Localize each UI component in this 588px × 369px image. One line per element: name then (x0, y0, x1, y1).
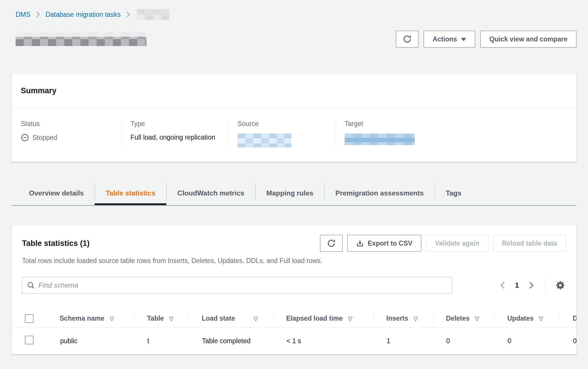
download-icon (356, 240, 364, 247)
quick-view-label: Quick view and compare (489, 35, 567, 43)
table-statistics-title: Table statistics (1) (22, 239, 90, 248)
actions-button-label: Actions (433, 35, 457, 43)
reload-table-data-button[interactable]: Reload table data (493, 235, 566, 252)
summary-card-header: Summary (12, 74, 576, 108)
refresh-button[interactable] (396, 31, 418, 48)
sort-icon[interactable]: ▽ (253, 315, 258, 322)
column-header-schema-name[interactable]: Schema name (60, 315, 104, 322)
sort-icon[interactable]: ▽ (539, 315, 543, 322)
status-value: Stopped (32, 134, 57, 142)
breadcrumb-dms-link[interactable]: DMS (16, 11, 30, 19)
tab-mapping-rules[interactable]: Mapping rules (255, 181, 324, 205)
target-value-redacted[interactable] (345, 134, 415, 145)
breadcrumb-tasks-link[interactable]: Database migration tasks (45, 11, 121, 19)
sort-icon[interactable]: ▽ (110, 315, 114, 322)
dms-task-page: DMS Database migration tasks Actions Qui… (0, 0, 588, 355)
table-statistics-card: Table statistics (1) Export to CSV (12, 225, 576, 355)
export-to-csv-label: Export to CSV (368, 240, 413, 247)
header-actions: Actions Quick view and compare (396, 31, 576, 48)
summary-target: Target (336, 120, 576, 147)
tab-overview-details[interactable]: Overview details (18, 181, 95, 205)
pagination: 1 (499, 277, 566, 293)
cell-ddls: 0 (560, 327, 576, 355)
summary-type: Type Full load, ongoing replication (122, 120, 229, 147)
column-header-ddls[interactable]: DDLs (573, 315, 576, 322)
table-statistics-table: Schema name▽ Table▽ Load state▽ Elapsed … (12, 310, 576, 355)
tab-tags[interactable]: Tags (435, 181, 472, 205)
column-header-elapsed-load-time[interactable]: Elapsed load time (286, 315, 343, 322)
gear-icon (556, 280, 565, 290)
tab-table-statistics[interactable]: Table statistics (95, 181, 166, 205)
summary-source: Source (229, 120, 336, 147)
caret-down-icon (461, 38, 466, 41)
quick-view-compare-button[interactable]: Quick view and compare (480, 31, 576, 48)
table-row: public t Table completed < 1 s 1 0 0 0 (12, 327, 576, 355)
summary-status: Status Stopped (12, 120, 122, 147)
column-header-table[interactable]: Table (147, 315, 164, 322)
cell-schema-name: public (47, 327, 134, 355)
actions-button[interactable]: Actions (424, 31, 475, 48)
refresh-icon (327, 239, 336, 248)
tab-cloudwatch-metrics[interactable]: CloudWatch metrics (166, 181, 255, 205)
page-title-redacted (16, 32, 146, 46)
summary-title: Summary (21, 86, 567, 95)
summary-card: Summary Status Stopped Type Full load, o… (12, 74, 576, 162)
current-page-number[interactable]: 1 (515, 281, 519, 289)
cell-inserts: 1 (373, 327, 433, 355)
breadcrumb-current-redacted (137, 9, 169, 20)
type-label: Type (131, 120, 223, 128)
source-value-redacted[interactable] (238, 134, 291, 147)
next-page-button[interactable] (528, 280, 535, 291)
sort-icon[interactable]: ▽ (169, 315, 173, 322)
select-all-checkbox[interactable] (25, 314, 34, 323)
validate-again-button[interactable]: Validate again (426, 235, 488, 252)
page-header: Actions Quick view and compare (12, 31, 576, 48)
sort-icon[interactable]: ▽ (475, 315, 479, 322)
cell-load-state: Table completed (189, 327, 273, 355)
tab-premigration-assessments[interactable]: Premigration assessments (324, 181, 435, 205)
table-settings-button[interactable] (555, 280, 566, 291)
pagination-divider (545, 277, 545, 293)
type-value: Full load, ongoing replication (131, 134, 215, 141)
source-label: Source (238, 120, 330, 128)
cell-updates: 0 (494, 327, 560, 355)
column-header-inserts[interactable]: Inserts (386, 315, 408, 322)
validate-again-label: Validate again (435, 240, 479, 247)
column-header-deletes[interactable]: Deletes (446, 315, 470, 322)
cell-elapsed-load-time: < 1 s (273, 327, 373, 355)
table-statistics-actions: Export to CSV Validate again Reload tabl… (320, 235, 566, 252)
column-header-load-state[interactable]: Load state (202, 315, 235, 322)
chevron-right-icon (36, 11, 40, 18)
breadcrumb: DMS Database migration tasks (12, 9, 576, 20)
table-statistics-description: Total rows include loaded source table r… (22, 257, 566, 265)
status-label: Status (21, 120, 116, 128)
chevron-right-icon (126, 11, 131, 18)
search-icon (27, 281, 35, 289)
export-to-csv-button[interactable]: Export to CSV (347, 235, 422, 252)
table-refresh-button[interactable] (320, 235, 343, 252)
find-schema-input[interactable] (38, 281, 447, 289)
previous-page-button[interactable] (499, 280, 506, 291)
refresh-icon (403, 35, 411, 43)
summary-grid: Status Stopped Type Full load, ongoing r… (12, 108, 576, 162)
task-detail-tabs: Overview details Table statistics CloudW… (12, 181, 576, 206)
table-header-row: Schema name▽ Table▽ Load state▽ Elapsed … (12, 310, 576, 327)
reload-table-data-label: Reload table data (502, 240, 557, 247)
sort-icon[interactable]: ▽ (348, 315, 352, 322)
column-header-updates[interactable]: Updates (507, 315, 534, 322)
cell-table: t (134, 327, 189, 355)
sort-icon[interactable]: ▽ (413, 315, 418, 322)
find-schema-search (22, 277, 452, 294)
cell-deletes: 0 (433, 327, 494, 355)
target-label: Target (345, 120, 571, 128)
stopped-status-icon (21, 134, 29, 142)
row-checkbox[interactable] (25, 336, 34, 344)
